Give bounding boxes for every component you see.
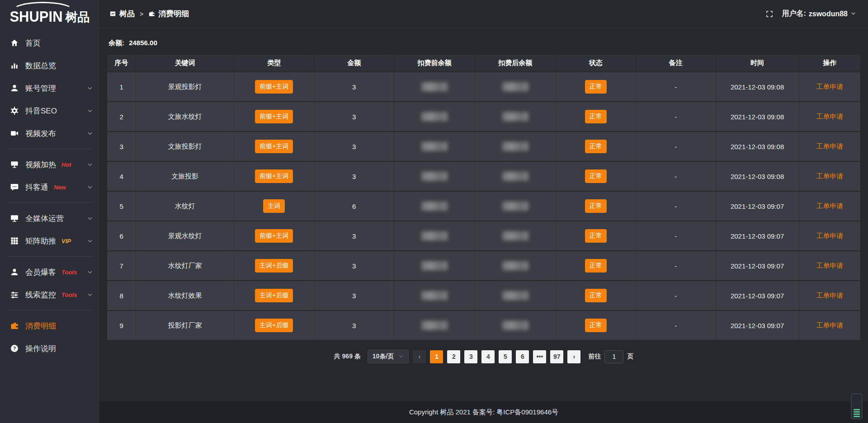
cell-type: 前缀+主词 xyxy=(234,132,314,161)
cell-action: 工单申请 xyxy=(799,192,860,221)
sidebar-item-数据总览[interactable]: 数据总览 xyxy=(0,54,99,77)
cell-pre-balance xyxy=(394,192,475,221)
type-badge: 主词+后缀 xyxy=(255,319,293,332)
page-size-value: 10条/页 xyxy=(373,352,394,361)
breadcrumb-root[interactable]: 树品 xyxy=(119,9,135,19)
status-badge: 正常 xyxy=(585,289,607,302)
cell-amount: 3 xyxy=(314,311,394,340)
cell-note: - xyxy=(636,281,716,310)
work-order-link[interactable]: 工单申请 xyxy=(816,232,843,240)
chevron-down-icon xyxy=(87,130,93,136)
column-header: 序号 xyxy=(107,55,136,71)
prev-page-button[interactable]: ‹ xyxy=(413,350,426,363)
overlay-indicator-widget xyxy=(851,393,863,419)
amount-text: 3 xyxy=(352,232,356,240)
status-badge: 正常 xyxy=(585,80,607,94)
goto-page-input[interactable] xyxy=(604,350,623,363)
work-order-link[interactable]: 工单申请 xyxy=(816,113,843,120)
cell-status: 正常 xyxy=(556,102,636,131)
cell-type: 主词 xyxy=(234,192,314,221)
column-header: 关键词 xyxy=(136,55,234,71)
work-order-link[interactable]: 工单申请 xyxy=(816,321,843,329)
cell-post-balance xyxy=(475,102,556,131)
type-badge: 前缀+主词 xyxy=(255,140,293,153)
cell-time: 2021-12-03 09:07 xyxy=(716,281,799,310)
cell-type: 主词+后缀 xyxy=(234,311,314,340)
table-row: 4文旅投影前缀+主词3正常-2021-12-03 09:08工单申请 xyxy=(107,162,860,191)
page-button-5[interactable]: 5 xyxy=(499,350,512,363)
work-order-link[interactable]: 工单申请 xyxy=(816,142,843,150)
sidebar-item-操作说明[interactable]: ?操作说明 xyxy=(0,337,99,360)
status-badge: 正常 xyxy=(585,169,607,183)
sidebar-item-tag: Tools xyxy=(61,291,77,298)
cell-amount: 3 xyxy=(314,281,394,310)
row-index: 2 xyxy=(119,113,123,121)
copyright-text: Copyright 树品 2021 备案号: 粤ICP备09019646号 xyxy=(409,408,558,417)
table-body: 1景观投影灯前缀+主词3正常-2021-12-03 09:08工单申请2文旅水纹… xyxy=(107,72,860,340)
cell-action: 工单申请 xyxy=(799,72,860,101)
sidebar-item-账号管理[interactable]: 账号管理 xyxy=(0,77,99,99)
cell-note: - xyxy=(636,132,716,161)
row-index: 7 xyxy=(119,262,123,270)
page-ellipsis[interactable]: ••• xyxy=(533,350,546,363)
cell-time: 2021-12-03 09:08 xyxy=(716,102,799,131)
sidebar-item-全媒体运营[interactable]: 全媒体运营 xyxy=(0,207,99,230)
pre-balance-redacted xyxy=(421,172,448,181)
column-header: 扣费后余额 xyxy=(475,55,556,71)
work-order-link[interactable]: 工单申请 xyxy=(816,202,843,210)
amount-text: 3 xyxy=(352,262,356,270)
post-balance-redacted xyxy=(502,172,528,181)
page-button-4[interactable]: 4 xyxy=(481,350,495,363)
sidebar-item-视频加热[interactable]: 视频加热Hot xyxy=(0,153,99,176)
balance-value: 24856.00 xyxy=(129,39,157,47)
sidebar-item-视频发布[interactable]: 视频发布 xyxy=(0,122,99,145)
row-index: 6 xyxy=(119,232,123,240)
chevron-down-icon xyxy=(87,184,93,190)
page-button-1[interactable]: 1 xyxy=(430,350,443,363)
work-order-link[interactable]: 工单申请 xyxy=(816,83,843,90)
page-button-2[interactable]: 2 xyxy=(447,350,460,363)
sidebar-item-线索监控[interactable]: 线索监控Tools xyxy=(0,283,99,306)
work-order-link[interactable]: 工单申请 xyxy=(816,291,843,299)
sidebar-item-矩阵助推[interactable]: 矩阵助推VIP xyxy=(0,230,99,252)
main-column: 树品 > 消费明细 用户名: zswodun88 余额: 24856.00 序 xyxy=(99,0,868,423)
sidebar-item-抖客通[interactable]: 抖客通New xyxy=(0,176,99,198)
page-button-3[interactable]: 3 xyxy=(464,350,477,363)
keyword-text: 水纹灯 xyxy=(175,202,195,210)
cell-note: - xyxy=(636,72,716,101)
monitor-icon xyxy=(10,214,19,223)
status-badge: 正常 xyxy=(585,110,607,123)
sidebar-item-label: 账号管理 xyxy=(25,83,56,94)
breadcrumb-root-icon xyxy=(109,10,116,17)
work-order-link[interactable]: 工单申请 xyxy=(816,262,843,269)
keyword-text: 文旅投影 xyxy=(171,172,198,180)
sidebar-item-首页[interactable]: 首页 xyxy=(0,32,99,54)
sidebar-item-会员爆客[interactable]: 会员爆客Tools xyxy=(0,261,99,283)
cell-action: 工单申请 xyxy=(799,162,860,191)
sidebar-item-消费明细[interactable]: 消费明细 xyxy=(0,315,99,337)
row-index: 4 xyxy=(119,173,123,180)
page-size-select[interactable]: 10条/页 xyxy=(368,350,409,363)
cell-index: 6 xyxy=(107,221,136,250)
page-button-6[interactable]: 6 xyxy=(516,350,529,363)
user-dropdown[interactable]: 用户名: zswodun88 xyxy=(782,9,856,19)
cell-index: 2 xyxy=(107,102,136,131)
cell-action: 工单申请 xyxy=(799,251,860,280)
sidebar-divider xyxy=(7,149,92,149)
cell-type: 前缀+主词 xyxy=(234,102,314,131)
note-text: - xyxy=(675,232,677,240)
fullscreen-icon[interactable] xyxy=(765,10,774,18)
cell-index: 8 xyxy=(107,281,136,310)
sidebar-item-抖音SEO[interactable]: 抖音SEO xyxy=(0,99,99,122)
chevron-down-icon xyxy=(87,215,93,221)
pre-balance-redacted xyxy=(421,112,448,121)
page-button-97[interactable]: 97 xyxy=(550,350,563,363)
cell-pre-balance xyxy=(394,221,475,250)
keyword-text: 景观水纹灯 xyxy=(168,232,202,240)
row-index: 5 xyxy=(119,202,123,210)
time-text: 2021-12-03 09:08 xyxy=(731,83,784,91)
goto-page: 前往 页 xyxy=(588,350,633,363)
next-page-button[interactable]: › xyxy=(567,350,580,363)
goto-label: 前往 xyxy=(588,352,601,361)
work-order-link[interactable]: 工单申请 xyxy=(816,172,843,180)
